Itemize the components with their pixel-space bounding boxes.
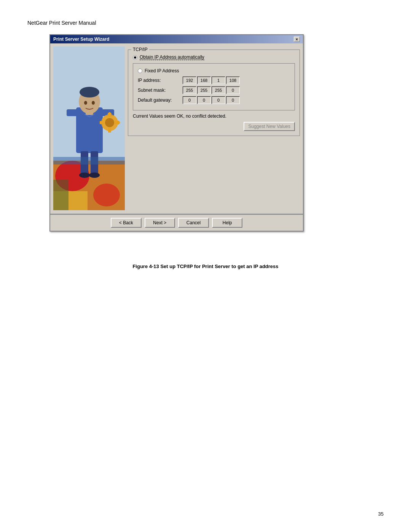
svg-point-6 bbox=[80, 87, 99, 97]
auto-ip-radio[interactable] bbox=[133, 55, 137, 60]
dialog-titlebar: Print Server Setup Wizard × bbox=[50, 35, 303, 43]
next-button[interactable]: Next > bbox=[145, 218, 175, 228]
gateway-field-1[interactable] bbox=[183, 96, 196, 104]
gateway-field-4[interactable] bbox=[226, 96, 240, 104]
fixed-ip-radio[interactable] bbox=[138, 69, 142, 73]
subnet-field-1[interactable] bbox=[183, 86, 196, 94]
ip-field-1[interactable] bbox=[183, 77, 196, 84]
svg-point-25 bbox=[84, 101, 87, 105]
close-button[interactable]: × bbox=[294, 37, 300, 42]
illustration-panel bbox=[53, 46, 125, 210]
ip-field-2[interactable] bbox=[197, 77, 211, 84]
subnet-field-2[interactable] bbox=[197, 86, 211, 94]
subnet-mask-label: Subnet mask: bbox=[138, 88, 180, 93]
svg-point-3 bbox=[93, 184, 120, 206]
tcpip-group-title: TCP/IP bbox=[131, 47, 149, 52]
status-message: Current Values seem OK, no conflict dete… bbox=[133, 113, 295, 119]
dialog-body: TCP/IP Obtain IP Address automatically F… bbox=[50, 43, 303, 213]
svg-rect-24 bbox=[53, 180, 68, 210]
ip-address-fields bbox=[183, 77, 240, 84]
svg-rect-8 bbox=[67, 109, 78, 116]
illustration-svg bbox=[53, 46, 125, 210]
fixed-ip-radio-row[interactable]: Fixed IP Address bbox=[138, 68, 290, 73]
auto-ip-radio-row[interactable]: Obtain IP Address automatically bbox=[133, 54, 295, 60]
fixed-ip-label: Fixed IP Address bbox=[145, 68, 179, 73]
svg-point-21 bbox=[89, 173, 100, 178]
suggest-new-values-button[interactable]: Suggest New Values bbox=[244, 122, 295, 131]
dialog-title: Print Server Setup Wizard bbox=[53, 37, 109, 42]
ip-address-label: IP address: bbox=[138, 78, 180, 83]
help-button[interactable]: Help bbox=[212, 218, 242, 228]
svg-rect-22 bbox=[53, 157, 125, 165]
svg-rect-13 bbox=[108, 128, 111, 133]
figure-caption: Figure 4-13 Set up TCP/IP for Print Serv… bbox=[132, 264, 278, 269]
page-number: 35 bbox=[378, 511, 384, 517]
auto-ip-label: Obtain IP Address automatically bbox=[140, 54, 204, 60]
cancel-button[interactable]: Cancel bbox=[178, 218, 209, 228]
page-title: NetGear Print Server Manual bbox=[27, 20, 96, 26]
gateway-fields bbox=[183, 96, 240, 104]
default-gateway-row: Default gateway: bbox=[138, 96, 290, 104]
tcpip-group: TCP/IP Obtain IP Address automatically F… bbox=[128, 50, 300, 136]
dialog-window: Print Server Setup Wizard × bbox=[49, 34, 304, 232]
default-gateway-label: Default gateway: bbox=[138, 97, 180, 103]
content-panel: TCP/IP Obtain IP Address automatically F… bbox=[128, 46, 300, 210]
subnet-mask-row: Subnet mask: bbox=[138, 86, 290, 94]
ip-field-4[interactable] bbox=[226, 77, 240, 84]
fixed-ip-group: Fixed IP Address IP address: bbox=[133, 63, 295, 110]
gateway-field-3[interactable] bbox=[212, 96, 225, 104]
ip-address-row: IP address: bbox=[138, 77, 290, 84]
svg-point-26 bbox=[92, 101, 95, 105]
back-button[interactable]: < Back bbox=[111, 218, 142, 228]
svg-rect-14 bbox=[100, 121, 104, 124]
svg-point-11 bbox=[105, 118, 114, 127]
subnet-field-3[interactable] bbox=[212, 86, 225, 94]
dialog-footer: < Back Next > Cancel Help bbox=[50, 214, 303, 231]
gateway-field-2[interactable] bbox=[197, 96, 211, 104]
ip-field-3[interactable] bbox=[212, 77, 225, 84]
subnet-mask-fields bbox=[183, 86, 240, 94]
svg-point-20 bbox=[79, 173, 90, 178]
subnet-field-4[interactable] bbox=[226, 86, 240, 94]
